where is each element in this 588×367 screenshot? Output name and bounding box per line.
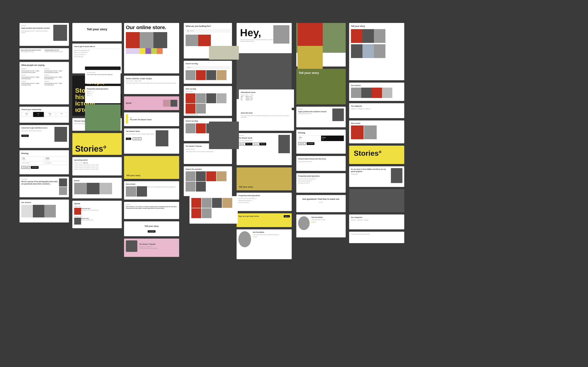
card-stories-circle-2: Stories°	[349, 146, 404, 164]
card-international: International stores CountryUSAUKCA Stor…	[239, 90, 294, 108]
card-search-blog: Search our blog Search	[184, 61, 232, 84]
card-intro: Hi, my name is Anna Walker and these are…	[349, 166, 404, 187]
pricing-2-title: Pricing	[298, 131, 344, 134]
card-our-services: Our services	[19, 200, 69, 223]
card-red-flower	[297, 23, 323, 46]
card-signup-yellow: Sign up to get daily stories Sign up	[237, 213, 292, 227]
tell-story-top-title: Tell your story	[351, 25, 402, 28]
card-online-store: Our online store.	[124, 23, 179, 73]
feel-better-2-title: Get Feel Better	[311, 216, 326, 219]
services-title: Our services	[21, 201, 67, 204]
card-our-services-2: Our services	[349, 83, 404, 101]
card-tell-story-center: Tell your story Get started	[124, 221, 179, 236]
card-tell-story-flower: Tell your story	[124, 156, 179, 179]
questions-2-title: Got questions? Feel free to reach out.	[298, 198, 344, 201]
card-community: Community We are a group of true photogr…	[19, 177, 69, 197]
card-preorder-book: NewPre-order The Stories° Book	[124, 112, 179, 126]
services-2-title: Our services	[351, 84, 402, 87]
card-white-flowers	[209, 46, 239, 60]
card-meadow	[297, 46, 323, 69]
card-start-blog: Start our blog Dec 12, 2024 People Spiri…	[184, 86, 232, 116]
tell-story-img-label: Tell your story	[299, 71, 343, 75]
card-ancient: About this month Lorem ipsum dolor sit a…	[85, 70, 121, 84]
pricing-title: Pricing	[21, 152, 67, 155]
upcoming-events-title: Upcoming events	[74, 159, 120, 161]
explore-title: Explore the episodes	[186, 168, 230, 170]
tell-story-landscape-label: Tell your story	[239, 186, 253, 189]
card-faq-2: Frequently asked Questions How do I canc…	[296, 173, 346, 193]
tax-title: Tax categories	[351, 105, 402, 107]
card-get-feel-better: Get Feel Better Lorem ipsum dolor sit am…	[237, 229, 292, 259]
card-product-2: ★★★★★ Super product and customer service…	[296, 107, 346, 127]
card-history: Choose about history and discovery Lorem…	[296, 156, 346, 171]
card-questions: Tell your story	[72, 23, 122, 41]
card-pricing: Pricing Free $0/mo Basic features Single…	[19, 150, 69, 174]
search-prompt: What are you looking for?	[186, 25, 230, 28]
search-blog-title: Search our blog	[186, 63, 230, 65]
card-podcast-sponsored: The Stories Podcast is sponsored by	[349, 232, 404, 243]
card-new-arrivals: New arrivals Discover our latest collect…	[124, 181, 179, 200]
card-rsvp: RSVP	[124, 96, 179, 110]
card-pricing-2: Pricing Free $0 Group $29 Start free Get…	[296, 130, 346, 154]
sponsored-label: The Stories Podcast is sponsored by	[351, 234, 370, 235]
card-faq: Frequently asked Questions How do I canc…	[237, 193, 292, 211]
faq-2-title: Frequently asked Questions	[298, 175, 344, 177]
section-title: What people are saying	[21, 64, 67, 67]
store-title: Our online store.	[126, 25, 177, 30]
card-tell-story-landscape: Tell your story	[237, 167, 292, 190]
card-stories-yellow: Stories°	[72, 133, 122, 155]
card-tell-story-top: Tell your story	[349, 23, 404, 80]
card-stories-blog: Stories, historias, iсторії, ιστορίες De…	[124, 76, 179, 94]
card-mission: About us Here at Fleurs.co, our mission …	[124, 202, 179, 219]
membership-title: Choose your membership	[21, 108, 67, 111]
card-reviews-row: Super product and customer service!Amazi…	[19, 48, 69, 60]
card-upcoming-events: Upcoming events Tell your story — Select…	[72, 157, 122, 175]
categories-title: Our categories	[351, 216, 402, 219]
faq-title: Frequently asked Questions	[238, 194, 290, 197]
questions-title: Tell your story	[74, 27, 120, 31]
blog-stories-title: Stories, historias, iсторії, ιστορίες	[126, 77, 177, 80]
card-events-photos: Events	[72, 178, 122, 198]
tell-story-flower-label: Tell your story	[126, 174, 140, 177]
card-tax-categories: Tax categories Category 1 • Category 2 •…	[349, 103, 404, 118]
card-stories-book: The Stories° Book Lorem ipsum dolor sit …	[124, 128, 179, 154]
feel-better-title: Get Feel Better	[253, 231, 279, 234]
card-explore-episodes: Explore the episodes	[184, 166, 232, 196]
card-podcast-pink: The Stories° Podcast Episode 12 — Listen…	[124, 239, 179, 257]
card-questions-2: Got questions? Feel free to reach out.	[296, 195, 346, 212]
new-arrivals-2-title: New arrivals	[351, 122, 402, 125]
start-blog-title: Start our blog	[186, 88, 230, 90]
subscribe-title: Subscribe to get unlimited access	[21, 127, 53, 129]
history-title: Choose about history and discovery	[298, 158, 344, 160]
preorder-title: Pre-order The Stories° Book	[130, 119, 152, 121]
new-arrivals-title: New arrivals	[126, 183, 177, 185]
stories-circle-text: Stories°	[75, 145, 106, 153]
card-our-categories: Our categories Portraits • Landscapes • …	[349, 215, 404, 229]
card-portrait	[349, 189, 404, 212]
card-new-arrivals-2: New arrivals	[349, 120, 404, 143]
card-feel-better-2: Get Feel Better Lorem ipsum dolor sit am…	[296, 215, 346, 237]
podcast-title: The Stories° Podcast	[139, 243, 158, 245]
card-episode-grid	[190, 196, 238, 224]
agenda-title: Agenda	[74, 202, 120, 205]
card-subscribe: Subscribe to get unlimited access Lorem …	[19, 125, 69, 148]
card-about-book: About the book Lorem ipsum dolor sit ame…	[239, 110, 294, 131]
card-what-people-say: What people are saying ★★★★★Amazing qual…	[19, 62, 69, 104]
book-featured-title: The Stories° Book	[238, 137, 277, 139]
product-2-title: Super product and customer service!	[298, 110, 331, 113]
card-book-featured: Best seller The Stories° Book Lorem ipsu…	[237, 133, 292, 165]
card-product-review: ★★★★★ Super product and customer service…	[19, 23, 69, 46]
events-title: Events	[74, 180, 120, 182]
card-faq-extra: Frequently asked Questions How do I... ▾…	[85, 86, 121, 103]
card-agenda: Agenda Friday, Feb 1 Event name hereDesc…	[72, 201, 122, 228]
book-title: The Stories° Book	[126, 130, 154, 133]
rsvp-title: RSVP	[126, 102, 132, 105]
contact-subtitle: How to get in touch with us	[74, 45, 120, 48]
tell-story-center-label: Tell your story	[126, 225, 177, 228]
card-field	[85, 104, 121, 131]
card-flowers-white	[209, 122, 239, 149]
signup-label: Sign up to get daily stories	[238, 215, 259, 217]
stories-circle-2-text: Stories°	[354, 149, 400, 158]
card-tell-story-img: Tell your story	[296, 69, 346, 104]
product-review-title: Super product and customer service!	[21, 27, 52, 29]
